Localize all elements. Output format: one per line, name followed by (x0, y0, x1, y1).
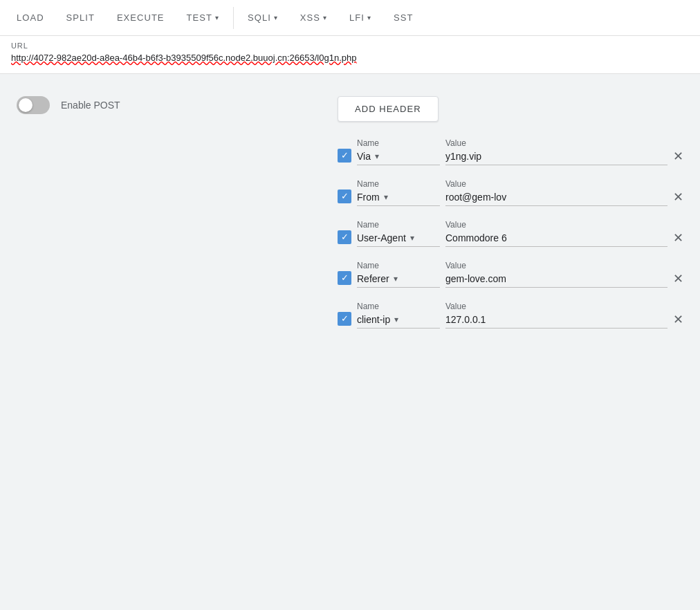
name-dropdown-arrow-icon-1: ▾ (384, 192, 388, 202)
name-dropdown-arrow-icon-4: ▾ (394, 315, 398, 324)
header-value-field-2: Value Commodore 6 (445, 220, 667, 247)
value-label-2: Value (445, 220, 667, 230)
value-text-0[interactable]: y1ng.vip (445, 151, 667, 165)
name-select-4[interactable]: client-ip ▾ (357, 314, 440, 329)
toggle-knob (19, 98, 33, 112)
header-name-field-2: Name User-Agent ▾ (357, 220, 440, 247)
nav-test-arrow-icon: ▾ (215, 14, 219, 21)
value-label-3: Value (445, 261, 667, 270)
name-select-text-3: Referer (357, 273, 389, 284)
name-select-text-2: User-Agent (357, 232, 406, 243)
nav-split-label: SPLIT (66, 12, 95, 23)
value-label-1: Value (445, 179, 667, 189)
top-navigation: LOAD SPLIT EXECUTE TEST ▾ SQLI ▾ XSS ▾ L… (0, 0, 700, 36)
headers-container: ✓ Name Via ▾ Value y1ng.vip ✕ ✓ Name Fro… (338, 138, 683, 342)
enable-post-toggle[interactable] (17, 96, 50, 114)
header-name-field-0: Name Via ▾ (357, 138, 440, 165)
nav-xss-arrow-icon: ▾ (323, 14, 327, 21)
header-value-field-1: Value root@gem-lov (445, 179, 667, 206)
delete-header-button-3[interactable]: ✕ (673, 272, 683, 285)
value-text-1[interactable]: root@gem-lov (445, 192, 667, 206)
name-select-0[interactable]: Via ▾ (357, 151, 440, 165)
header-checkbox-0[interactable]: ✓ (338, 149, 351, 163)
name-label-1: Name (357, 179, 440, 189)
name-dropdown-arrow-icon-0: ▾ (375, 151, 379, 161)
nav-lfi[interactable]: LFI ▾ (338, 0, 383, 36)
name-select-2[interactable]: User-Agent ▾ (357, 232, 440, 247)
header-checkbox-2[interactable]: ✓ (338, 230, 351, 244)
nav-xss-label: XSS (300, 12, 320, 23)
nav-sqli-arrow-icon: ▾ (274, 14, 278, 21)
value-text-3[interactable]: gem-love.com (445, 273, 667, 288)
header-row: ✓ Name client-ip ▾ Value 127.0.0.1 ✕ (338, 302, 683, 329)
value-text-4[interactable]: 127.0.0.1 (445, 314, 667, 329)
headers-panel: ADD HEADER ✓ Name Via ▾ Value y1ng.vip ✕… (338, 96, 683, 342)
value-text-2[interactable]: Commodore 6 (445, 232, 667, 247)
header-checkbox-3[interactable]: ✓ (338, 271, 351, 285)
delete-header-button-1[interactable]: ✕ (673, 191, 683, 203)
nav-sst[interactable]: SST (383, 0, 424, 36)
header-name-field-3: Name Referer ▾ (357, 261, 440, 288)
checkmark-icon-4: ✓ (341, 314, 349, 323)
value-label-4: Value (445, 302, 667, 311)
name-label-4: Name (357, 302, 440, 311)
checkmark-icon-3: ✓ (341, 273, 349, 282)
name-label-0: Name (357, 138, 440, 148)
checkmark-icon-2: ✓ (341, 232, 349, 241)
left-panel: Enable POST (17, 96, 310, 342)
name-dropdown-arrow-icon-2: ▾ (410, 233, 414, 243)
main-content: Enable POST ADD HEADER ✓ Name Via ▾ Valu… (0, 74, 700, 364)
nav-lfi-label: LFI (349, 12, 365, 23)
nav-execute[interactable]: EXECUTE (106, 0, 176, 36)
nav-split[interactable]: SPLIT (55, 0, 106, 36)
nav-test[interactable]: TEST ▾ (176, 0, 230, 36)
nav-sqli[interactable]: SQLI ▾ (237, 0, 289, 36)
name-select-text-1: From (357, 192, 380, 203)
nav-load[interactable]: LOAD (6, 0, 55, 36)
header-row: ✓ Name User-Agent ▾ Value Commodore 6 ✕ (338, 220, 683, 247)
delete-header-button-4[interactable]: ✕ (673, 313, 683, 326)
name-select-text-4: client-ip (357, 314, 390, 325)
value-label-0: Value (445, 138, 667, 148)
header-value-field-0: Value y1ng.vip (445, 138, 667, 165)
nav-sst-label: SST (394, 12, 413, 23)
delete-header-button-0[interactable]: ✕ (673, 150, 683, 163)
enable-post-row: Enable POST (17, 96, 310, 114)
header-checkbox-4[interactable]: ✓ (338, 312, 351, 326)
nav-execute-label: EXECUTE (117, 12, 165, 23)
nav-test-label: TEST (187, 12, 212, 23)
checkmark-icon-0: ✓ (341, 151, 349, 160)
header-row: ✓ Name Referer ▾ Value gem-love.com ✕ (338, 261, 683, 288)
nav-xss[interactable]: XSS ▾ (289, 0, 338, 36)
name-label-2: Name (357, 220, 440, 230)
name-dropdown-arrow-icon-3: ▾ (394, 274, 398, 284)
nav-sqli-label: SQLI (248, 12, 271, 23)
url-value[interactable]: http://4072-982ae20d-a8ea-46b4-b6f3-b393… (11, 51, 689, 65)
name-select-3[interactable]: Referer ▾ (357, 273, 440, 288)
name-select-text-0: Via (357, 151, 371, 162)
nav-divider (233, 7, 234, 29)
header-name-field-4: Name client-ip ▾ (357, 302, 440, 329)
header-row: ✓ Name From ▾ Value root@gem-lov ✕ (338, 179, 683, 206)
header-value-field-4: Value 127.0.0.1 (445, 302, 667, 329)
nav-lfi-arrow-icon: ▾ (367, 14, 371, 21)
name-label-3: Name (357, 261, 440, 270)
url-label: URL (11, 41, 689, 50)
header-checkbox-1[interactable]: ✓ (338, 190, 351, 203)
delete-header-button-2[interactable]: ✕ (673, 232, 683, 244)
nav-load-label: LOAD (17, 12, 44, 23)
enable-post-label: Enable POST (61, 100, 120, 111)
checkmark-icon-1: ✓ (341, 192, 349, 201)
header-row: ✓ Name Via ▾ Value y1ng.vip ✕ (338, 138, 683, 165)
add-header-button[interactable]: ADD HEADER (338, 96, 439, 122)
url-section: URL http://4072-982ae20d-a8ea-46b4-b6f3-… (0, 36, 700, 74)
header-value-field-3: Value gem-love.com (445, 261, 667, 288)
header-name-field-1: Name From ▾ (357, 179, 440, 206)
name-select-1[interactable]: From ▾ (357, 192, 440, 206)
